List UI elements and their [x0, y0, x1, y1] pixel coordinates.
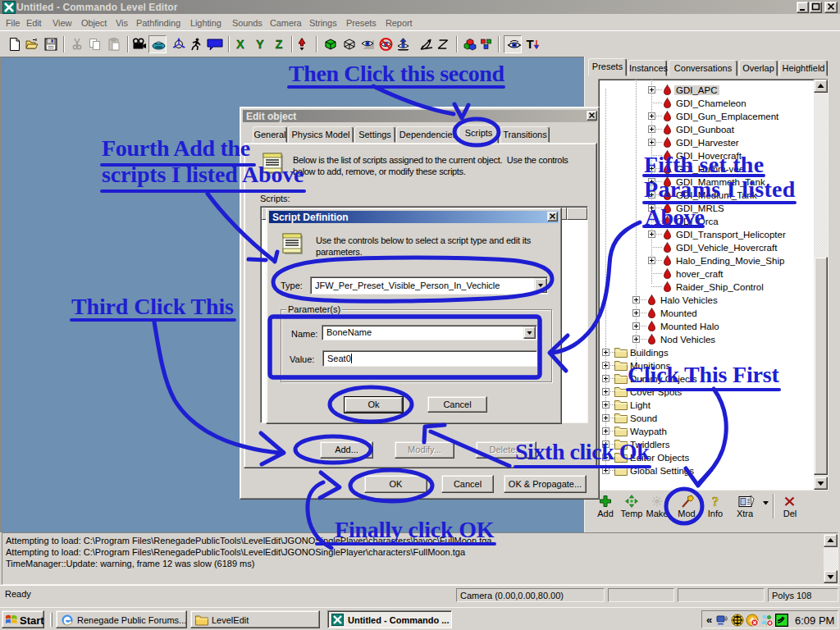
- svg-text:Z: Z: [276, 38, 283, 51]
- svg-text:?: ?: [712, 495, 719, 508]
- svg-text:X: X: [236, 38, 244, 51]
- svg-text:T: T: [526, 38, 533, 51]
- svg-text:Y: Y: [256, 38, 264, 51]
